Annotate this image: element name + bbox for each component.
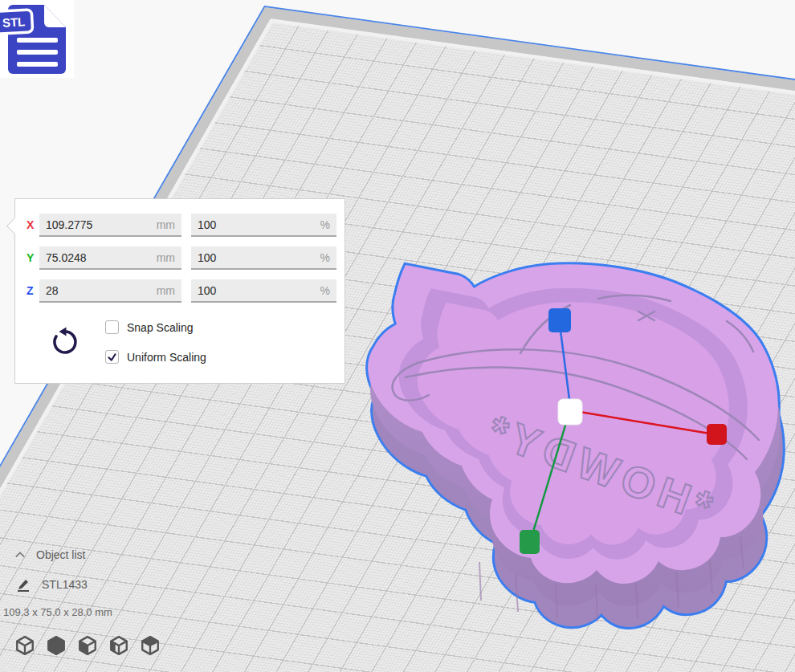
pencil-icon — [16, 577, 31, 592]
scale-z-percent-unit: % — [320, 284, 330, 297]
scale-x-mm-value: 109.2775 — [46, 218, 92, 231]
scale-x-percent-input[interactable]: 100 % — [191, 214, 336, 237]
scale-y-mm-value: 75.0248 — [46, 251, 87, 264]
view-right-side-button[interactable] — [140, 635, 161, 656]
uniform-scaling-row: Uniform Scaling — [105, 350, 206, 364]
scale-z-mm-unit: mm — [157, 284, 175, 297]
scale-z-mm-input[interactable]: 28 mm — [39, 279, 181, 303]
view-top-button[interactable] — [77, 635, 98, 656]
scale-y-percent-unit: % — [320, 251, 330, 264]
snap-scaling-checkbox[interactable] — [105, 320, 119, 334]
scale-z-mm-value: 28 — [46, 284, 59, 297]
scale-y-mm-input[interactable]: 75.0248 mm — [39, 246, 181, 270]
scale-x-percent-unit: % — [320, 218, 330, 231]
scale-handle-y[interactable] — [520, 530, 540, 554]
scale-row-y: Y 75.0248 mm 100 % — [15, 246, 344, 270]
view-front-button[interactable] — [46, 635, 67, 656]
scale-handle-x[interactable] — [707, 424, 727, 445]
scale-tool-panel: X 109.2775 mm 100 % Y 75.0248 mm 100 % Z — [14, 198, 345, 384]
stl-file-icon: STL — [0, 0, 74, 78]
scale-y-mm-unit: mm — [157, 251, 175, 264]
view-3d-button[interactable] — [14, 635, 35, 656]
scale-z-percent-value: 100 — [198, 284, 216, 297]
camera-view-toolbar — [14, 635, 161, 656]
uniform-scaling-checkbox[interactable] — [105, 350, 119, 364]
object-list-header-label: Object list — [36, 548, 85, 561]
scale-handle-uniform[interactable] — [558, 399, 582, 425]
snap-scaling-row: Snap Scaling — [105, 320, 194, 334]
chevron-up-icon — [14, 551, 26, 559]
axis-x-label: X — [26, 218, 34, 231]
scale-row-x: X 109.2775 mm 100 % — [15, 214, 344, 237]
object-list-item-name: STL1433 — [42, 578, 88, 591]
object-list-item[interactable]: STL1433 — [16, 577, 88, 592]
scale-y-percent-input[interactable]: 100 % — [191, 246, 336, 270]
scale-y-percent-value: 100 — [198, 251, 216, 264]
folded-corner — [44, 5, 66, 27]
scale-row-z: Z 28 mm 100 % — [15, 279, 344, 303]
model-dimensions-label: 109.3 x 75.0 x 28.0 mm — [3, 606, 112, 618]
viewport: *HOWDY* STL X — [0, 0, 795, 672]
scale-z-percent-input[interactable]: 100 % — [191, 279, 336, 303]
axis-z-label: Z — [26, 284, 34, 297]
reset-scale-button[interactable] — [49, 324, 81, 358]
snap-scaling-label: Snap Scaling — [127, 321, 194, 334]
scale-handle-z[interactable] — [548, 308, 571, 332]
view-left-side-button[interactable] — [108, 635, 129, 656]
scale-x-mm-input[interactable]: 109.2775 mm — [39, 214, 181, 237]
stl-document-icon: STL — [0, 0, 74, 78]
uniform-scaling-label: Uniform Scaling — [127, 351, 206, 364]
object-list-toggle[interactable]: Object list — [14, 548, 85, 561]
checkmark-icon — [107, 352, 117, 362]
scale-x-percent-value: 100 — [198, 218, 216, 231]
scale-x-mm-unit: mm — [157, 218, 175, 231]
stl-badge-label: STL — [2, 14, 25, 29]
axis-y-label: Y — [26, 251, 34, 264]
